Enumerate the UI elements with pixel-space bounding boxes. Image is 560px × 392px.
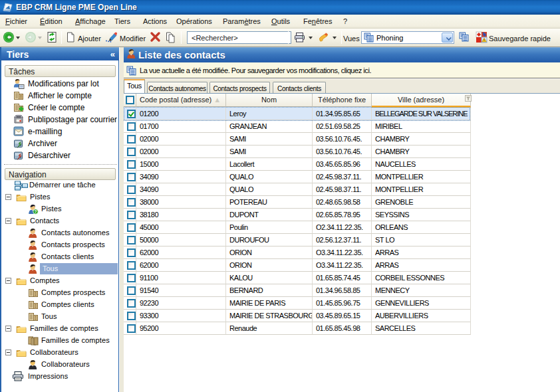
svg-text:?: ? bbox=[35, 209, 37, 214]
